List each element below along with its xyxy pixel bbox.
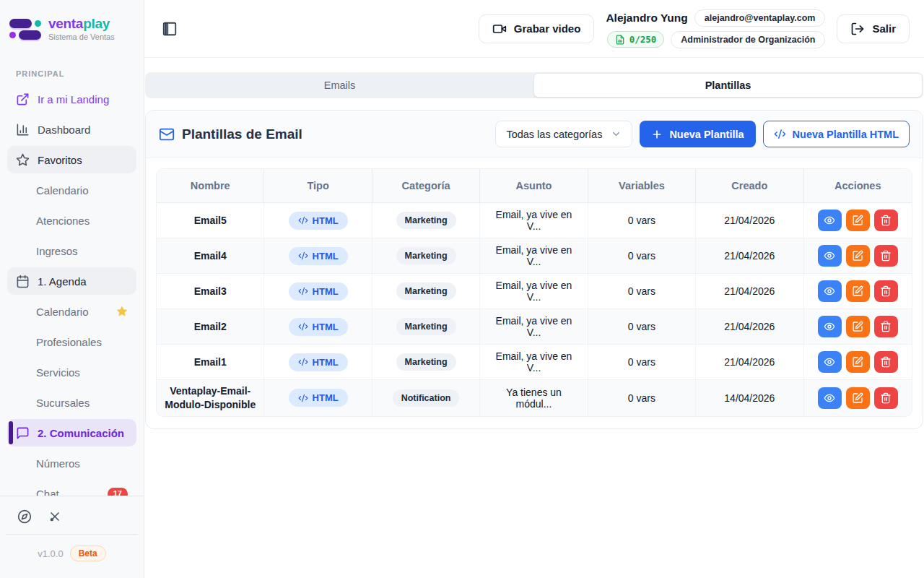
table-row: Email5HTMLMarketingEmail, ya vive en V..…: [157, 203, 912, 238]
sidebar-item-chat[interactable]: Chat 17: [7, 480, 136, 496]
template-actions-cell: [804, 203, 912, 238]
template-name-cell: Email1: [157, 345, 264, 379]
template-variables-cell: 0 vars: [588, 380, 696, 416]
view-button[interactable]: [818, 280, 842, 302]
sidebar-item-label: Servicios: [36, 366, 80, 379]
delete-button[interactable]: [874, 245, 898, 267]
view-button[interactable]: [818, 245, 842, 267]
edit-icon: [852, 285, 863, 297]
edit-button[interactable]: [846, 351, 870, 373]
tabs: Emails Plantillas: [145, 72, 923, 98]
view-button[interactable]: [818, 210, 842, 231]
table-body: Email5HTMLMarketingEmail, ya vive en V..…: [157, 203, 912, 416]
template-variables-cell: 0 vars: [588, 238, 696, 273]
new-template-button[interactable]: Nueva Plantilla: [640, 121, 755, 147]
sidebar-item-label: Calendario: [36, 306, 89, 318]
tools-x-icon[interactable]: [48, 509, 62, 524]
category-filter-select[interactable]: Todas las categorías: [495, 121, 632, 147]
template-subject-cell: Email, ya vive en V...: [480, 274, 588, 309]
eye-icon: [824, 392, 835, 404]
column-header-asunto: Asunto: [480, 169, 588, 202]
column-header-nombre: Nombre: [157, 169, 264, 202]
template-actions-cell: [804, 238, 912, 273]
template-name-cell: Email4: [157, 238, 264, 273]
sidebar-toggle-icon[interactable]: [159, 18, 180, 40]
brand-logo: ventaplay Sistema de Ventas: [0, 0, 144, 58]
sidebar-item-comunicacion[interactable]: 2. Comunicación: [7, 419, 136, 447]
column-header-categoría: Categoría: [372, 169, 480, 202]
edit-icon: [852, 321, 863, 332]
sidebar-item-landing[interactable]: Ir a mi Landing: [7, 85, 136, 113]
quota-value: 0/250: [629, 34, 657, 45]
template-created-cell: 21/04/2026: [696, 345, 803, 379]
tab-plantillas[interactable]: Plantillas: [533, 73, 923, 98]
eye-icon: [824, 285, 835, 297]
delete-button[interactable]: [874, 280, 898, 302]
delete-button[interactable]: [874, 351, 898, 373]
logout-label: Salir: [872, 22, 896, 35]
template-actions-cell: [804, 274, 912, 309]
sidebar-item-atenciones[interactable]: Atenciones: [7, 207, 136, 234]
edit-button[interactable]: [846, 316, 870, 337]
brand-subtitle: Sistema de Ventas: [48, 33, 115, 41]
view-button[interactable]: [818, 351, 842, 373]
view-button[interactable]: [818, 316, 842, 337]
template-created-cell: 14/04/2026: [696, 380, 803, 416]
ventaplay-logo-icon: [9, 19, 41, 40]
sidebar-item-dashboard[interactable]: Dashboard: [7, 116, 136, 143]
sidebar-item-numeros[interactable]: Números: [7, 449, 136, 477]
external-link-icon: [16, 92, 30, 106]
edit-icon: [852, 215, 863, 226]
trash-icon: [880, 392, 892, 404]
sidebar-item-favoritos[interactable]: Favoritos: [7, 146, 136, 173]
sidebar-nav: PRINCIPAL Ir a mi Landing Dashboard Favo…: [0, 58, 144, 496]
sidebar-item-calendario[interactable]: Calendario: [7, 176, 136, 204]
sidebar-item-sucursales[interactable]: Sucursales: [7, 389, 136, 416]
delete-button[interactable]: [874, 387, 898, 409]
sidebar-item-servicios[interactable]: Servicios: [7, 358, 136, 386]
plus-icon: [651, 129, 663, 140]
view-button[interactable]: [818, 387, 842, 409]
templates-panel: Plantillas de Email Todas las categorías…: [145, 110, 923, 429]
edit-button[interactable]: [846, 280, 870, 302]
sidebar-item-label: 1. Agenda: [38, 275, 87, 288]
trash-icon: [880, 321, 892, 332]
new-html-template-label: Nueva Plantilla HTML: [793, 129, 899, 140]
new-html-template-button[interactable]: Nueva Plantilla HTML: [763, 121, 910, 147]
edit-button[interactable]: [846, 245, 870, 267]
sidebar-item-agenda[interactable]: 1. Agenda: [7, 267, 136, 295]
category-filter-value: Todas las categorías: [506, 129, 602, 140]
sidebar-item-profesionales[interactable]: Profesionales: [7, 328, 136, 355]
delete-button[interactable]: [874, 210, 898, 231]
eye-icon: [824, 321, 835, 332]
record-video-button[interactable]: Grabar video: [479, 14, 595, 43]
template-actions-cell: [804, 345, 912, 379]
sidebar-item-label: 2. Comunicación: [38, 427, 124, 439]
tab-emails[interactable]: Emails: [146, 73, 533, 98]
chat-bubble-icon: [16, 426, 30, 440]
topbar: Grabar video Alejandro Yung alejandro@ve…: [144, 0, 924, 58]
compass-icon[interactable]: [17, 509, 32, 524]
sidebar-item-agenda-calendario[interactable]: Calendario: [7, 298, 136, 325]
template-created-cell: 21/04/2026: [696, 309, 803, 344]
mail-icon: [159, 126, 175, 142]
template-subject-cell: Email, ya vive en V...: [480, 345, 588, 379]
calendar-icon: [16, 275, 30, 288]
templates-table: NombreTipoCategoríaAsuntoVariablesCreado…: [156, 168, 912, 417]
template-created-cell: 21/04/2026: [696, 274, 803, 309]
template-type-cell: HTML: [264, 345, 372, 379]
category-badge: Notification: [393, 389, 460, 407]
sidebar-tools: [0, 496, 144, 534]
template-category-cell: Marketing: [372, 203, 480, 238]
template-name-cell: Email3: [157, 274, 264, 309]
delete-button[interactable]: [874, 316, 898, 337]
edit-button[interactable]: [846, 387, 870, 409]
edit-button[interactable]: [846, 210, 870, 231]
eye-icon: [824, 215, 835, 226]
template-actions-cell: [804, 309, 912, 344]
sidebar-item-ingresos[interactable]: Ingresos: [7, 237, 136, 264]
logout-button[interactable]: Salir: [837, 14, 910, 43]
favorite-star-icon[interactable]: [116, 306, 128, 317]
template-category-cell: Marketing: [372, 238, 480, 273]
sidebar-item-label: Atenciones: [36, 215, 90, 227]
